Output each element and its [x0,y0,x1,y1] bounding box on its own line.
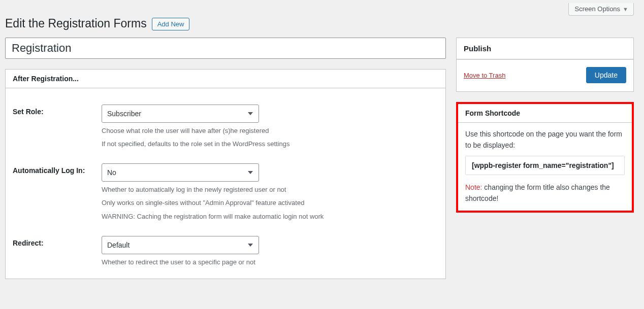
redirect-label: Redirect: [13,236,102,247]
main-column: After Registration... Set Role: Subscrib… [5,38,446,289]
note-label: Note: [465,183,482,191]
publish-heading: Publish [457,38,633,59]
side-column: Publish Move to Trash Update Form Shortc… [456,38,634,223]
page-title: Edit the Registration Forms [5,17,147,30]
set-role-desc-2: If not specified, defaults to the role s… [102,139,438,149]
after-registration-heading: After Registration... [6,70,445,88]
update-button[interactable]: Update [586,67,626,83]
auto-login-desc-1: Whether to automatically log in the newl… [102,185,438,195]
form-title-input[interactable] [5,38,446,59]
move-to-trash-link[interactable]: Move to Trash [464,72,505,79]
publish-box: Publish Move to Trash Update [456,38,634,92]
auto-login-select[interactable]: No [102,163,259,182]
set-role-label: Set Role: [13,105,102,116]
chevron-down-icon: ▼ [623,6,628,12]
screen-options-label: Screen Options [575,5,621,13]
set-role-select[interactable]: Subscriber [102,105,259,123]
redirect-select[interactable]: Default [102,236,259,254]
shortcode-intro: Use this shortcode on the page you want … [465,129,625,151]
auto-login-desc-2: Only works on single-sites without "Admi… [102,198,438,208]
screen-options-button[interactable]: Screen Options ▼ [568,3,634,16]
form-shortcode-heading: Form Shortcode [458,104,632,123]
form-shortcode-box: Form Shortcode Use this shortcode on the… [456,102,634,213]
auto-login-desc-3: WARNING: Caching the registration form w… [102,212,438,222]
after-registration-box: After Registration... Set Role: Subscrib… [5,69,446,279]
set-role-desc-1: Choose what role the user will have afte… [102,126,438,136]
auto-login-label: Automatically Log In: [13,163,102,175]
note-text: changing the form title also changes the… [465,183,610,202]
redirect-desc-1: Whether to redirect the user to a specif… [102,257,438,267]
shortcode-code[interactable]: [wppb-register form_name="registration"] [465,156,625,175]
shortcode-note: Note: changing the form title also chang… [465,182,625,204]
add-new-button[interactable]: Add New [152,18,190,30]
